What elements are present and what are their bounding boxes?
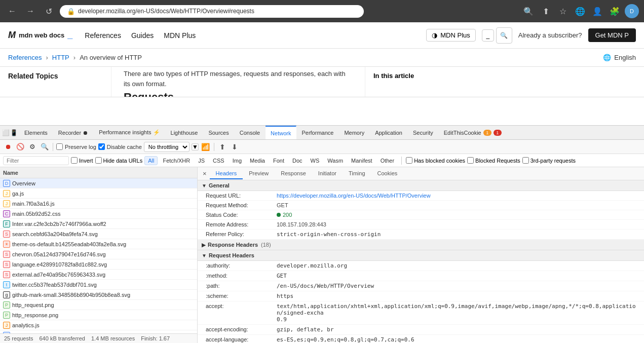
breadcrumb-http[interactable]: HTTP xyxy=(52,54,69,61)
share-icon[interactable]: ⬆ xyxy=(539,4,553,18)
header-search-button[interactable]: 🔍 xyxy=(496,27,512,44)
in-this-article-title: In this article xyxy=(373,72,438,80)
mdn-icon[interactable]: 🌐 xyxy=(573,4,587,18)
lock-icon: 🔒 xyxy=(67,8,75,15)
theme-icon: ◑ xyxy=(432,31,437,39)
browser-chrome: ← → ↺ 🔒 developer.mozilla.org/en-US/docs… xyxy=(0,0,644,22)
mdn-logo[interactable]: M mdn web docs _ xyxy=(8,30,72,41)
mdn-header: M mdn web docs _ References Guides MDN P… xyxy=(0,22,644,49)
nav-mdn-plus[interactable]: MDN Plus xyxy=(164,31,196,40)
browser-actions: 🔍 ⬆ ☆ 🌐 👤 🧩 D xyxy=(521,4,639,18)
back-button[interactable]: ← xyxy=(5,4,19,18)
reload-button[interactable]: ↺ xyxy=(42,4,56,18)
browser-toolbar: ← → ↺ 🔒 developer.mozilla.org/en-US/docs… xyxy=(0,0,644,22)
breadcrumb-references[interactable]: References xyxy=(8,54,42,61)
logo-underscore: _ xyxy=(67,30,72,41)
address-bar[interactable]: 🔒 developer.mozilla.org/en-US/docs/Web/H… xyxy=(60,5,364,18)
page-body: Related Topics There are two types of HT… xyxy=(0,67,644,97)
nav-guides[interactable]: Guides xyxy=(131,31,154,40)
language-label: English xyxy=(614,54,636,61)
logo-text: mdn web docs xyxy=(19,31,64,39)
mdn-header-right: ◑ MDN Plus _ 🔍 Already a subscriber? Get… xyxy=(426,27,636,44)
profile-avatar[interactable]: D xyxy=(625,4,639,18)
related-topics-title: Related Topics xyxy=(8,72,103,80)
mdn-nav: References Guides MDN Plus xyxy=(85,31,196,40)
right-panel-header: In this article xyxy=(365,67,446,97)
center-content-partial: There are two types of HTTP messages, re… xyxy=(111,67,365,97)
nav-references[interactable]: References xyxy=(85,31,121,40)
bookmark-icon[interactable]: ☆ xyxy=(556,4,570,18)
mdn-search-left[interactable]: _ xyxy=(482,29,494,42)
left-panel-header: Related Topics xyxy=(0,67,111,97)
url-text: developer.mozilla.org/en-US/docs/Web/HTT… xyxy=(78,8,254,15)
breadcrumb-sep-2: › xyxy=(73,54,75,61)
extensions-icon[interactable]: 🧩 xyxy=(608,4,622,18)
requests-heading: Requests xyxy=(124,91,353,97)
breadcrumb-bar: References › HTTP › An overview of HTTP … xyxy=(0,49,644,67)
logo-m: M xyxy=(8,30,16,41)
breadcrumb-right: 🌐 English xyxy=(603,54,636,61)
profile-icon[interactable]: 👤 xyxy=(590,4,604,18)
theme-button[interactable]: ◑ MDN Plus xyxy=(426,29,476,42)
forward-button[interactable]: → xyxy=(23,4,37,18)
get-mdn-button[interactable]: Get MDN P xyxy=(588,28,636,42)
breadcrumb-current: An overview of HTTP xyxy=(80,54,142,61)
breadcrumb-sep-1: › xyxy=(46,54,48,61)
subscriber-text: Already a subscriber? xyxy=(518,31,582,39)
globe-icon: 🌐 xyxy=(603,54,611,61)
theme-label: MDN Plus xyxy=(440,31,470,39)
content-text-partial: There are two types of HTTP messages, re… xyxy=(124,69,353,89)
search-browser-icon[interactable]: 🔍 xyxy=(521,4,536,18)
